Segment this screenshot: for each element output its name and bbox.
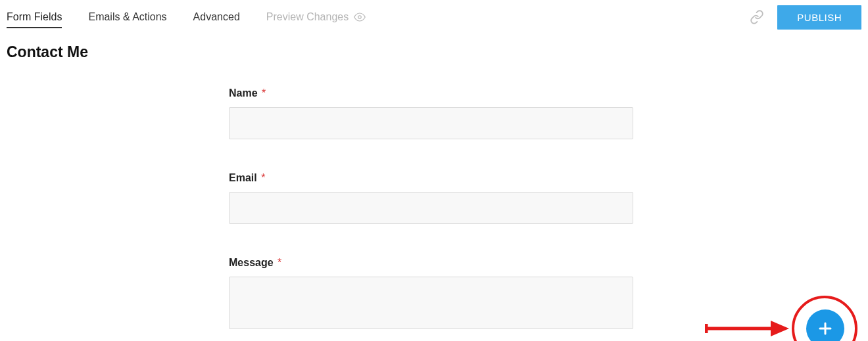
- publish-label: PUBLISH: [797, 12, 842, 23]
- form-area: Name * Email * Message *: [229, 87, 633, 332]
- message-input[interactable]: [229, 277, 633, 329]
- eye-icon: [354, 12, 366, 22]
- field-name: Name *: [229, 87, 633, 139]
- tab-emails-actions[interactable]: Emails & Actions: [88, 2, 166, 32]
- top-right-controls: PUBLISH: [750, 5, 861, 30]
- tab-label: Emails & Actions: [88, 11, 166, 22]
- tab-label: Form Fields: [7, 11, 62, 22]
- required-star: *: [261, 172, 265, 183]
- label-text: Message: [229, 257, 274, 268]
- email-input[interactable]: [229, 192, 633, 224]
- tabs: Form Fields Emails & Actions Advanced Pr…: [7, 2, 366, 32]
- field-label-name: Name *: [229, 87, 633, 99]
- field-message: Message *: [229, 257, 633, 332]
- tab-label: Advanced: [193, 11, 240, 22]
- tab-label: Preview Changes: [266, 11, 349, 23]
- top-bar: Form Fields Emails & Actions Advanced Pr…: [0, 0, 868, 34]
- tab-advanced[interactable]: Advanced: [193, 2, 240, 32]
- required-star: *: [277, 257, 281, 268]
- field-label-message: Message *: [229, 257, 633, 269]
- required-star: *: [262, 87, 266, 99]
- publish-button[interactable]: PUBLISH: [777, 5, 861, 30]
- tab-preview-changes[interactable]: Preview Changes: [266, 2, 366, 32]
- page-title: Contact Me: [0, 34, 868, 61]
- svg-marker-3: [771, 321, 789, 336]
- add-field-button[interactable]: [806, 309, 844, 341]
- svg-point-0: [358, 16, 362, 19]
- fab-area: [806, 309, 856, 341]
- label-text: Email: [229, 172, 257, 183]
- name-input[interactable]: [229, 107, 633, 139]
- link-icon[interactable]: [750, 10, 764, 24]
- tab-form-fields[interactable]: Form Fields: [7, 2, 62, 32]
- field-email: Email *: [229, 172, 633, 224]
- field-label-email: Email *: [229, 172, 633, 184]
- annotation-arrow-icon: [705, 319, 790, 338]
- label-text: Name: [229, 87, 258, 99]
